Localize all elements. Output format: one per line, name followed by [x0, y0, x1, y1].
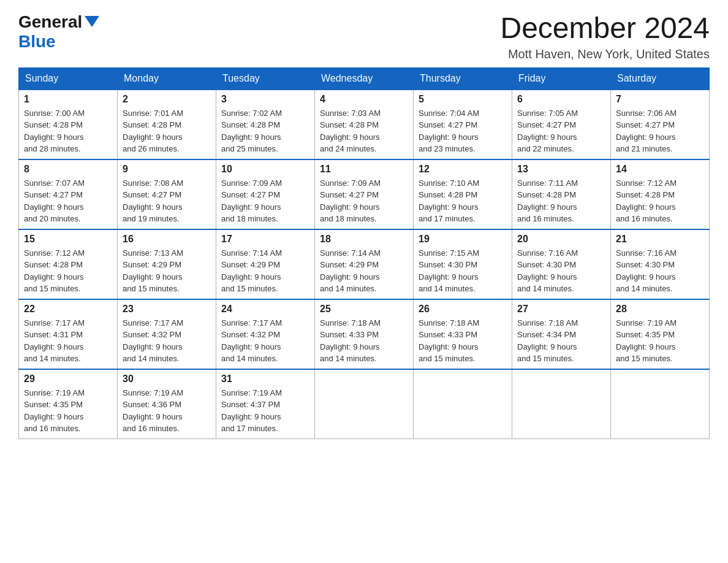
- calendar-cell: 23 Sunrise: 7:17 AM Sunset: 4:32 PM Dayl…: [118, 299, 216, 369]
- day-number: 29: [24, 373, 112, 385]
- day-number: 11: [320, 164, 408, 175]
- day-info: Sunrise: 7:05 AM Sunset: 4:27 PM Dayligh…: [517, 107, 605, 155]
- day-number: 16: [123, 234, 211, 245]
- day-number: 18: [320, 234, 408, 245]
- day-info: Sunrise: 7:16 AM Sunset: 4:30 PM Dayligh…: [517, 247, 605, 295]
- calendar-cell: 21 Sunrise: 7:16 AM Sunset: 4:30 PM Dayl…: [611, 229, 710, 299]
- day-info: Sunrise: 7:19 AM Sunset: 4:35 PM Dayligh…: [616, 317, 704, 365]
- day-info: Sunrise: 7:11 AM Sunset: 4:28 PM Dayligh…: [517, 177, 605, 225]
- day-number: 12: [419, 164, 507, 175]
- calendar-cell: 18 Sunrise: 7:14 AM Sunset: 4:29 PM Dayl…: [315, 229, 414, 299]
- day-header-thursday: Thursday: [414, 67, 512, 90]
- calendar-cell: 6 Sunrise: 7:05 AM Sunset: 4:27 PM Dayli…: [512, 90, 611, 159]
- logo-triangle-icon: [85, 16, 99, 27]
- day-number: 19: [419, 234, 507, 245]
- day-info: Sunrise: 7:08 AM Sunset: 4:27 PM Dayligh…: [123, 177, 211, 225]
- calendar-cell: 11 Sunrise: 7:09 AM Sunset: 4:27 PM Dayl…: [315, 159, 414, 229]
- calendar-cell: 5 Sunrise: 7:04 AM Sunset: 4:27 PM Dayli…: [414, 90, 512, 159]
- day-header-friday: Friday: [512, 67, 611, 90]
- day-number: 14: [616, 164, 704, 175]
- day-number: 27: [517, 304, 605, 315]
- day-number: 17: [221, 234, 309, 245]
- logo: General Blue: [18, 12, 99, 52]
- day-info: Sunrise: 7:09 AM Sunset: 4:27 PM Dayligh…: [221, 177, 309, 225]
- day-number: 21: [616, 234, 704, 245]
- calendar-cell: 24 Sunrise: 7:17 AM Sunset: 4:32 PM Dayl…: [216, 299, 315, 369]
- day-number: 13: [517, 164, 605, 175]
- day-number: 9: [123, 164, 211, 175]
- day-info: Sunrise: 7:16 AM Sunset: 4:30 PM Dayligh…: [616, 247, 704, 295]
- week-row-2: 8 Sunrise: 7:07 AM Sunset: 4:27 PM Dayli…: [19, 159, 710, 229]
- calendar-cell: 3 Sunrise: 7:02 AM Sunset: 4:28 PM Dayli…: [216, 90, 315, 159]
- day-info: Sunrise: 7:06 AM Sunset: 4:27 PM Dayligh…: [616, 107, 704, 155]
- calendar-cell: 20 Sunrise: 7:16 AM Sunset: 4:30 PM Dayl…: [512, 229, 611, 299]
- day-header-sunday: Sunday: [19, 67, 118, 90]
- day-info: Sunrise: 7:18 AM Sunset: 4:33 PM Dayligh…: [419, 317, 507, 365]
- calendar-cell: 27 Sunrise: 7:18 AM Sunset: 4:34 PM Dayl…: [512, 299, 611, 369]
- calendar-cell: 29 Sunrise: 7:19 AM Sunset: 4:35 PM Dayl…: [19, 369, 118, 439]
- day-info: Sunrise: 7:07 AM Sunset: 4:27 PM Dayligh…: [24, 177, 112, 225]
- day-number: 30: [123, 373, 211, 385]
- calendar-cell: [315, 369, 414, 439]
- title-section: December 2024 Mott Haven, New York, Unit…: [500, 12, 710, 61]
- calendar-cell: 7 Sunrise: 7:06 AM Sunset: 4:27 PM Dayli…: [611, 90, 710, 159]
- calendar-cell: 17 Sunrise: 7:14 AM Sunset: 4:29 PM Dayl…: [216, 229, 315, 299]
- day-info: Sunrise: 7:18 AM Sunset: 4:33 PM Dayligh…: [320, 317, 408, 365]
- calendar-cell: 25 Sunrise: 7:18 AM Sunset: 4:33 PM Dayl…: [315, 299, 414, 369]
- day-info: Sunrise: 7:17 AM Sunset: 4:31 PM Dayligh…: [24, 317, 112, 365]
- calendar-table: SundayMondayTuesdayWednesdayThursdayFrid…: [18, 67, 710, 439]
- day-number: 2: [123, 94, 211, 105]
- day-header-monday: Monday: [118, 67, 216, 90]
- calendar-cell: 1 Sunrise: 7:00 AM Sunset: 4:28 PM Dayli…: [19, 90, 118, 159]
- day-number: 4: [320, 94, 408, 105]
- day-number: 24: [221, 304, 309, 315]
- day-info: Sunrise: 7:14 AM Sunset: 4:29 PM Dayligh…: [221, 247, 309, 295]
- calendar-cell: [414, 369, 512, 439]
- calendar-cell: 9 Sunrise: 7:08 AM Sunset: 4:27 PM Dayli…: [118, 159, 216, 229]
- location-title: Mott Haven, New York, United States: [500, 47, 710, 61]
- calendar-cell: 12 Sunrise: 7:10 AM Sunset: 4:28 PM Dayl…: [414, 159, 512, 229]
- calendar-cell: 8 Sunrise: 7:07 AM Sunset: 4:27 PM Dayli…: [19, 159, 118, 229]
- day-info: Sunrise: 7:02 AM Sunset: 4:28 PM Dayligh…: [221, 107, 309, 155]
- day-number: 26: [419, 304, 507, 315]
- calendar-cell: 19 Sunrise: 7:15 AM Sunset: 4:30 PM Dayl…: [414, 229, 512, 299]
- day-info: Sunrise: 7:09 AM Sunset: 4:27 PM Dayligh…: [320, 177, 408, 225]
- day-info: Sunrise: 7:03 AM Sunset: 4:28 PM Dayligh…: [320, 107, 408, 155]
- day-header-wednesday: Wednesday: [315, 67, 414, 90]
- day-number: 31: [221, 373, 309, 385]
- calendar-cell: 28 Sunrise: 7:19 AM Sunset: 4:35 PM Dayl…: [611, 299, 710, 369]
- calendar-cell: 26 Sunrise: 7:18 AM Sunset: 4:33 PM Dayl…: [414, 299, 512, 369]
- day-number: 1: [24, 94, 112, 105]
- day-info: Sunrise: 7:12 AM Sunset: 4:28 PM Dayligh…: [24, 247, 112, 295]
- day-number: 8: [24, 164, 112, 175]
- day-info: Sunrise: 7:19 AM Sunset: 4:35 PM Dayligh…: [24, 387, 112, 435]
- logo-blue-text: Blue: [18, 32, 56, 52]
- logo-general-text: General: [18, 12, 82, 32]
- day-number: 15: [24, 234, 112, 245]
- day-number: 3: [221, 94, 309, 105]
- day-number: 25: [320, 304, 408, 315]
- week-row-3: 15 Sunrise: 7:12 AM Sunset: 4:28 PM Dayl…: [19, 229, 710, 299]
- day-info: Sunrise: 7:19 AM Sunset: 4:36 PM Dayligh…: [123, 387, 211, 435]
- calendar-cell: 4 Sunrise: 7:03 AM Sunset: 4:28 PM Dayli…: [315, 90, 414, 159]
- day-info: Sunrise: 7:15 AM Sunset: 4:30 PM Dayligh…: [419, 247, 507, 295]
- day-info: Sunrise: 7:14 AM Sunset: 4:29 PM Dayligh…: [320, 247, 408, 295]
- day-info: Sunrise: 7:19 AM Sunset: 4:37 PM Dayligh…: [221, 387, 309, 435]
- day-number: 6: [517, 94, 605, 105]
- week-row-4: 22 Sunrise: 7:17 AM Sunset: 4:31 PM Dayl…: [19, 299, 710, 369]
- day-number: 20: [517, 234, 605, 245]
- day-header-tuesday: Tuesday: [216, 67, 315, 90]
- day-number: 22: [24, 304, 112, 315]
- week-row-5: 29 Sunrise: 7:19 AM Sunset: 4:35 PM Dayl…: [19, 369, 710, 439]
- page-header: General Blue December 2024 Mott Haven, N…: [18, 12, 710, 61]
- calendar-cell: 30 Sunrise: 7:19 AM Sunset: 4:36 PM Dayl…: [118, 369, 216, 439]
- day-number: 23: [123, 304, 211, 315]
- week-row-1: 1 Sunrise: 7:00 AM Sunset: 4:28 PM Dayli…: [19, 90, 710, 159]
- calendar-cell: 16 Sunrise: 7:13 AM Sunset: 4:29 PM Dayl…: [118, 229, 216, 299]
- calendar-cell: 13 Sunrise: 7:11 AM Sunset: 4:28 PM Dayl…: [512, 159, 611, 229]
- day-info: Sunrise: 7:04 AM Sunset: 4:27 PM Dayligh…: [419, 107, 507, 155]
- day-info: Sunrise: 7:01 AM Sunset: 4:28 PM Dayligh…: [123, 107, 211, 155]
- day-info: Sunrise: 7:10 AM Sunset: 4:28 PM Dayligh…: [419, 177, 507, 225]
- day-info: Sunrise: 7:13 AM Sunset: 4:29 PM Dayligh…: [123, 247, 211, 295]
- day-info: Sunrise: 7:18 AM Sunset: 4:34 PM Dayligh…: [517, 317, 605, 365]
